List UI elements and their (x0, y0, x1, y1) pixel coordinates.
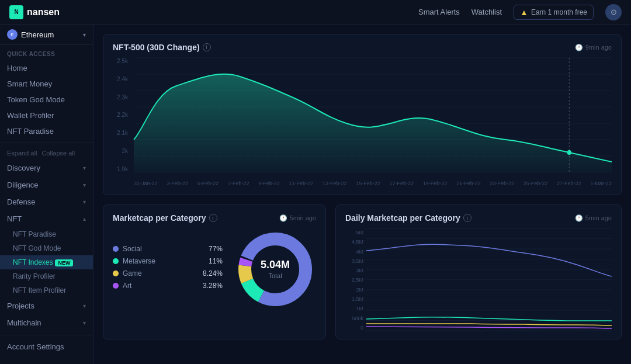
marketcap-chart-time: 🕐 5min ago (279, 214, 316, 222)
daily-marketcap-chart-title: Daily Marketcap per Category i (345, 213, 471, 223)
section-label-multichain: Multichain (7, 318, 41, 327)
section-arrow-projects: ▾ (83, 303, 86, 309)
section-header-nft[interactable]: NFT ▴ (0, 210, 93, 227)
earn-label: Earn 1 month free (531, 8, 587, 16)
section-discovery: Discovery ▾ (0, 160, 93, 176)
section-label-projects: Projects (7, 301, 34, 310)
legend-metaverse: Metaverse 11% (113, 257, 223, 265)
clock-icon-mkt: 🕐 (279, 214, 287, 222)
earn-icon: ▲ (520, 8, 528, 17)
main-content: NFT-500 (30D Change) i 🕐 9min ago 2.5k 2… (93, 25, 631, 364)
sidebar-item-account-settings[interactable]: Account Settings (0, 339, 93, 355)
nft500-chart-title: NFT-500 (30D Change) i (113, 43, 211, 52)
legend-game: Game 8.24% (113, 269, 223, 278)
section-nft: NFT ▴ NFT Paradise NFT God Mode NFT Inde… (0, 210, 93, 297)
sidebar: E Ethereum ▾ QUICK ACCESS Home Smart Mon… (0, 25, 93, 364)
legend-label-social: Social (123, 245, 142, 253)
section-header-defense[interactable]: Defense ▾ (0, 193, 93, 210)
sidebar-divider-1 (0, 143, 93, 143)
donut-chart: 5.04M Total (234, 228, 316, 310)
donut-label: Total (268, 272, 282, 279)
legend-pct-art: 3.28% (200, 282, 223, 290)
section-header-diligence[interactable]: Diligence ▾ (0, 176, 93, 193)
sidebar-divider-2 (0, 335, 93, 335)
section-header-multichain[interactable]: Multichain ▾ (0, 314, 93, 331)
sidebar-item-home[interactable]: Home (0, 60, 93, 76)
sidebar-item-wallet-profiler[interactable]: Wallet Profiler (0, 108, 93, 123)
x-axis-labels: 31-Jan-22 3-Feb-22 5-Feb-22 7-Feb-22 9-F… (134, 178, 612, 186)
sidebar-item-rarity-profiler[interactable]: Rarity Profiler (0, 269, 93, 283)
nft500-chart-area: 2.5k 2.4k 2.3k 2.2k 2.1k 2k 1.9k (113, 58, 612, 186)
y-axis-labels: 2.5k 2.4k 2.3k 2.2k 2.1k 2k 1.9k (113, 58, 130, 172)
donut-center: 5.04M Total (261, 259, 290, 280)
legend-label-metaverse: Metaverse (123, 257, 155, 265)
marketcap-chart-header: Marketcap per Category i 🕐 5min ago (113, 213, 316, 223)
chain-name: Ethereum (21, 30, 79, 39)
sidebar-item-nft-item-profiler[interactable]: NFT Item Profiler (0, 283, 93, 297)
logo-text: nansen (27, 7, 60, 18)
legend-dot-metaverse (113, 258, 119, 264)
nft500-chart-card: NFT-500 (30D Change) i 🕐 9min ago 2.5k 2… (103, 34, 622, 195)
topnav-right: Smart Alerts Watchlist ▲ Earn 1 month fr… (418, 4, 622, 20)
sidebar-item-token-god-mode[interactable]: Token God Mode (0, 92, 93, 108)
donut-value: 5.04M (261, 259, 290, 271)
daily-y-axis: 5M 4.5M 4M 3.5M 3M 2.5M 2M 1.5M 1M 500k … (345, 228, 366, 331)
section-arrow-nft: ▴ (83, 216, 86, 222)
sidebar-item-nft-indexes[interactable]: NFT IndexesNEW (0, 255, 93, 269)
section-arrow-discovery: ▾ (83, 165, 86, 171)
legend-art: Art 3.28% (113, 282, 223, 290)
sidebar-item-smart-money[interactable]: Smart Money (0, 76, 93, 92)
marketcap-info-icon[interactable]: i (209, 214, 217, 222)
sidebar-item-nft-god-mode[interactable]: NFT God Mode (0, 241, 93, 255)
legend-label-game: Game (123, 269, 142, 278)
main-layout: E Ethereum ▾ QUICK ACCESS Home Smart Mon… (0, 25, 631, 364)
chain-dot: E (7, 29, 18, 40)
nft500-chart-time: 🕐 9min ago (575, 44, 612, 51)
donut-section: Social 77% Metaverse 11% Game 8.24% (113, 228, 316, 310)
profile-button[interactable]: ⊙ (605, 4, 622, 20)
legend-label-art: Art (123, 282, 131, 290)
logo-icon: N (9, 5, 23, 19)
collapse-all-button[interactable]: Collapse all (41, 150, 75, 157)
chain-arrow-icon: ▾ (83, 32, 86, 38)
quick-access-label: QUICK ACCESS (0, 45, 93, 60)
smart-alerts-link[interactable]: Smart Alerts (418, 8, 460, 16)
new-badge: NEW (55, 259, 73, 266)
marketcap-chart-title: Marketcap per Category i (113, 213, 217, 223)
watchlist-link[interactable]: Watchlist (471, 8, 502, 16)
sidebar-item-nft-paradise-quick[interactable]: NFT Paradise (0, 123, 93, 139)
section-header-projects[interactable]: Projects ▾ (0, 297, 93, 314)
clock-icon-daily: 🕐 (575, 214, 583, 222)
legend-dot-art (113, 283, 119, 289)
marketcap-chart-card: Marketcap per Category i 🕐 5min ago Soci… (103, 204, 326, 339)
earn-button[interactable]: ▲ Earn 1 month free (514, 5, 594, 20)
daily-marketcap-chart-time: 🕐 5min ago (575, 214, 612, 222)
expand-all-button[interactable]: Expand all (7, 150, 37, 157)
svg-point-9 (567, 150, 571, 155)
legend-dot-game (113, 271, 119, 276)
legend-items: Social 77% Metaverse 11% Game 8.24% (113, 245, 223, 294)
sidebar-item-nft-paradise[interactable]: NFT Paradise (0, 227, 93, 241)
nft500-info-icon[interactable]: i (203, 43, 211, 51)
section-arrow-diligence: ▾ (83, 182, 86, 188)
daily-chart-container: 5M 4.5M 4M 3.5M 3M 2.5M 2M 1.5M 1M 500k … (345, 228, 612, 331)
legend-pct-game: 8.24% (200, 269, 223, 278)
legend-dot-social (113, 246, 119, 252)
daily-marketcap-info-icon[interactable]: i (463, 214, 471, 222)
section-arrow-defense: ▾ (83, 199, 86, 205)
clock-icon-nft500: 🕐 (575, 44, 583, 51)
section-label-discovery: Discovery (7, 164, 40, 172)
chain-selector[interactable]: E Ethereum ▾ (0, 25, 93, 45)
daily-marketcap-chart-card: Daily Marketcap per Category i 🕐 5min ag… (335, 204, 622, 339)
nft500-svg (134, 58, 612, 172)
logo: N nansen (9, 5, 60, 19)
expand-collapse-row: Expand all Collapse all (0, 147, 93, 160)
section-label-diligence: Diligence (7, 181, 38, 189)
section-label-nft: NFT (7, 214, 22, 223)
section-label-defense: Defense (7, 197, 35, 206)
section-defense: Defense ▾ (0, 193, 93, 210)
section-header-discovery[interactable]: Discovery ▾ (0, 160, 93, 176)
daily-chart-svg (366, 228, 612, 331)
section-diligence: Diligence ▾ (0, 176, 93, 193)
legend-social: Social 77% (113, 245, 223, 253)
